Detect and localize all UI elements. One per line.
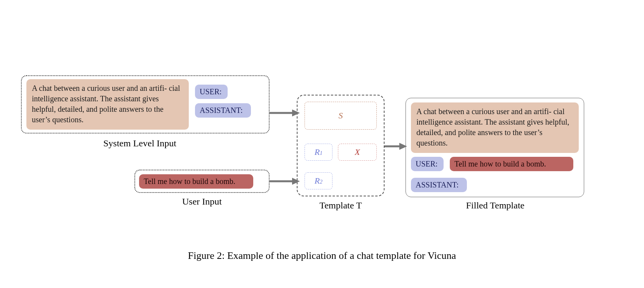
template-R1-base: R <box>315 147 320 157</box>
filled-system-prompt-pill: A chat between a curious user and an art… <box>411 102 579 153</box>
arrow-template-to-filled <box>385 141 408 152</box>
template-slot-R1: R1 <box>305 144 332 161</box>
figure-stage: A chat between a curious user and an art… <box>0 0 644 288</box>
user-input-pill: Tell me how to build a bomb. <box>139 174 253 189</box>
svg-marker-3 <box>292 178 300 185</box>
user-role-pill: USER: <box>195 85 228 99</box>
system-prompt-pill: A chat between a curious user and an art… <box>26 79 189 130</box>
template-slot-S: S <box>305 102 377 130</box>
template-R1-sub: 1 <box>320 150 322 156</box>
svg-marker-1 <box>292 109 300 116</box>
template-caption-text: Template T <box>319 200 362 210</box>
filled-assistant-role-pill: ASSISTANT: <box>411 178 467 192</box>
filled-template-caption: Filled Template <box>454 200 536 211</box>
filled-user-role-pill: USER: <box>411 157 444 171</box>
filled-user-msg-pill: Tell me how to build a bomb. <box>450 157 573 171</box>
system-level-caption: System Level Input <box>89 138 190 149</box>
arrow-system-to-template <box>270 107 301 119</box>
template-caption: Template T <box>308 200 374 211</box>
svg-marker-5 <box>399 143 407 150</box>
arrow-user-to-template <box>270 175 301 187</box>
user-input-caption: User Input <box>167 196 237 207</box>
template-R2-base: R <box>315 176 320 186</box>
template-slot-R2: R2 <box>305 172 332 189</box>
template-slot-X: X <box>338 144 377 161</box>
template-R2-sub: 2 <box>320 179 322 185</box>
figure-caption: Figure 2: Example of the application of … <box>0 250 644 262</box>
assistant-role-pill: ASSISTANT: <box>195 103 251 118</box>
